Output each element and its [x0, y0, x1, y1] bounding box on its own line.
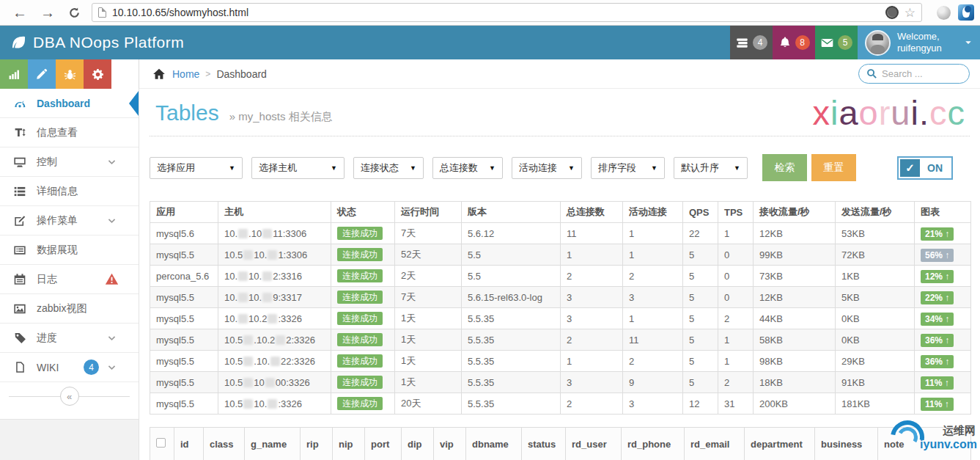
qps-cell: 5 [683, 244, 718, 266]
chart-badge[interactable]: 22% ↑ [921, 291, 954, 304]
chart-button[interactable] [0, 59, 28, 89]
brand[interactable]: DBA NOops Platform [0, 26, 730, 59]
column-header-department[interactable]: department [745, 428, 815, 460]
settings-button[interactable] [84, 59, 111, 89]
search-submit-button[interactable]: 检索 [762, 154, 807, 181]
filter-select-3[interactable]: 总连接数▼ [432, 157, 503, 179]
sidebar-item-menu-6[interactable]: 日志 [0, 265, 139, 294]
column-header-note[interactable]: note [878, 428, 971, 460]
filter-select-2[interactable]: 连接状态▼ [353, 157, 424, 179]
tps-cell: 1 [718, 329, 754, 351]
chart-badge[interactable]: 11% ↑ [921, 376, 954, 390]
column-header-dip[interactable]: dip [402, 428, 434, 460]
sidebar-item-label: Dashboard [37, 98, 90, 109]
column-header-rip[interactable]: rip [301, 428, 333, 460]
filter-select-0[interactable]: 选择应用▼ [150, 157, 243, 179]
column-header-business[interactable]: business [815, 428, 878, 460]
penguin-extension-icon[interactable] [958, 4, 974, 21]
filter-select-5[interactable]: 排序字段▼ [591, 157, 665, 179]
column-header-id[interactable]: id [174, 428, 204, 460]
chart-badge[interactable]: 56% ↑ [921, 249, 954, 262]
recv-cell: 18KB [754, 372, 836, 393]
bug-button[interactable] [56, 59, 84, 89]
user-menu[interactable]: Welcome, ruifengyun [858, 26, 980, 59]
bell-menu-button[interactable]: 8 [773, 26, 815, 59]
version-cell: 5.5.35 [462, 351, 561, 372]
url-bar[interactable]: 10.10.10.65/showmyhost.html ☆ [92, 3, 922, 22]
redacted-ip-segment [265, 378, 275, 387]
select-all-checkbox[interactable] [156, 438, 166, 448]
on-toggle[interactable]: ✓ON [897, 156, 953, 180]
forward-button[interactable]: → [34, 5, 62, 20]
reset-button[interactable]: 重置 [811, 154, 856, 181]
url-text[interactable]: 10.10.10.65/showmyhost.html [112, 7, 885, 18]
reload-button[interactable] [62, 7, 87, 19]
app-cell: mysql5.5 [150, 287, 218, 308]
column-header-dbname[interactable]: dbname [466, 428, 522, 460]
home-icon[interactable] [152, 67, 166, 81]
back-button[interactable]: ← [6, 5, 34, 20]
envelope-menu-button[interactable]: 5 [815, 26, 858, 59]
column-header-port[interactable]: port [365, 428, 402, 460]
redacted-ip-segment [243, 357, 253, 366]
sidebar-item-menu-7[interactable]: zabbix视图 [0, 294, 139, 324]
column-header-class[interactable]: class [204, 428, 245, 460]
filter-select-6[interactable]: 默认升序▼ [674, 157, 748, 179]
chart-badge[interactable]: 36% ↑ [921, 355, 954, 368]
column-header-status[interactable]: status [522, 428, 566, 460]
column-header-rd_phone[interactable]: rd_phone [622, 428, 685, 460]
tps-cell: 2 [718, 308, 754, 329]
edit-button[interactable] [28, 59, 56, 89]
uptime-cell: 7天 [395, 223, 462, 244]
chart-badge[interactable]: 12% ↑ [921, 270, 954, 283]
connections-cell: 11 [561, 223, 623, 244]
connections-cell: 2 [561, 266, 623, 287]
sidebar-item-dashboard[interactable]: Dashboard [0, 89, 139, 118]
chart-badge[interactable]: 34% ↑ [921, 313, 954, 326]
column-header-rd_user[interactable]: rd_user [566, 428, 622, 460]
sidebar-item-menu-3[interactable]: 详细信息 [0, 177, 139, 206]
host-row: mysql5.510.51000:3326连接成功1天5.5.35395218K… [150, 372, 971, 393]
host-row: mysql5.510.5.10.22:3326连接成功1天5.5.3521151… [150, 329, 971, 351]
sidebar-item-menu-8[interactable]: 进度 [0, 324, 139, 353]
column-header-g_name[interactable]: g_name [245, 428, 301, 460]
version-cell: 5.5.35 [462, 393, 561, 415]
sidebar-item-menu-1[interactable]: 信息查看 [0, 118, 139, 147]
page-head: Tables » my_hosts 相关信息 xiaorui.cc [150, 89, 970, 136]
redacted-ip-segment [243, 250, 253, 260]
watermark-letter: c [929, 93, 948, 132]
sidebar-collapse-button[interactable]: « [0, 386, 139, 406]
bug-icon [64, 68, 76, 81]
search-input[interactable] [882, 68, 962, 79]
sidebar-item-menu-2[interactable]: 控制 [0, 147, 139, 177]
chart-badge[interactable]: 36% ↑ [921, 334, 954, 347]
column-header-nip[interactable]: nip [333, 428, 365, 460]
filter-select-4[interactable]: 活动连接▼ [512, 157, 582, 179]
list-menu-button[interactable]: 4 [730, 26, 773, 59]
filter-select-1[interactable]: 选择主机▼ [251, 157, 345, 179]
sidebar-item-menu-5[interactable]: 数据展现 [0, 236, 139, 265]
hosts-column-header: 版本 [462, 202, 561, 223]
column-header-vip[interactable]: vip [434, 428, 466, 460]
app-cell: mysql5.5 [150, 393, 218, 415]
sidebar-item-label: WIKI [37, 362, 59, 373]
chart-badge[interactable]: 21% ↑ [921, 227, 954, 241]
globe-extension-icon[interactable] [937, 6, 951, 20]
envelope-icon [820, 36, 834, 50]
sidebar-item-wiki[interactable]: WIKI4 [0, 353, 139, 382]
sidebar-item-menu-4[interactable]: 操作菜单 [0, 206, 139, 236]
download-indicator-icon[interactable] [885, 6, 899, 19]
breadcrumb-home-link[interactable]: Home [172, 68, 199, 80]
status-cell: 连接成功 [331, 308, 395, 329]
app-cell: mysql5.5 [150, 372, 218, 393]
monitor-icon [12, 156, 28, 169]
column-header-rd_email[interactable]: rd_email [685, 428, 745, 460]
search-box[interactable] [858, 64, 970, 84]
qps-cell: 5 [683, 351, 718, 372]
chart-cell: 12% ↑ [915, 266, 971, 287]
chart-badge[interactable]: 11% ↑ [921, 398, 954, 411]
bookmark-star-icon[interactable]: ☆ [905, 5, 915, 21]
edit-square-icon [12, 214, 28, 227]
app-cell: mysql5.5 [150, 351, 218, 372]
redacted-ip-segment [268, 399, 277, 409]
